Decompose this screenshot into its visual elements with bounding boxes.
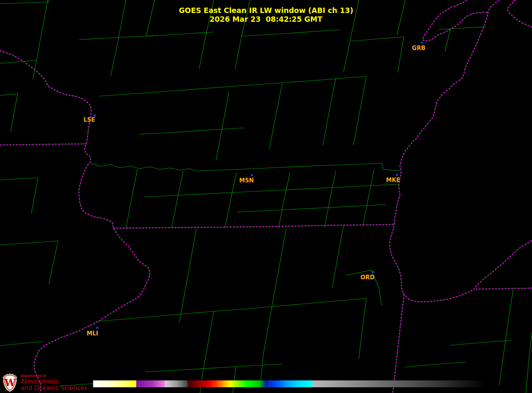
county-line [269,83,282,149]
station-label-mli: MLI [87,330,98,337]
station-marker-mli [97,327,98,329]
station-marker-grb [421,42,423,44]
county-line [353,76,366,145]
county-line [139,128,244,134]
county-line [0,94,18,132]
satellite-map-canvas: GRBLSEMSNMKEORDMLI [0,0,532,393]
county-line [450,340,511,345]
county-line [0,241,58,245]
image-title-block: GOES East Clean IR LW window (ABI ch 13)… [0,6,532,24]
station-marker-msn [251,174,253,176]
title-timestamp-line: 2026 Mar 23 08:42:25 GMT [0,15,532,24]
county-line [323,78,336,145]
station-label-grb: GRB [412,45,425,52]
county-line [445,29,450,52]
county-line [174,83,282,91]
county-line [99,91,174,96]
county-line [225,172,237,228]
aos-logo-text: Department of Atmospheric and Oceanic Sc… [21,374,87,391]
county-line [49,241,58,284]
station-marker-ord [372,271,374,273]
county-line [31,178,38,214]
county-line [91,163,197,171]
county-line [405,362,466,367]
aos-logo: W Department of Atmospheric and Oceanic … [2,373,87,392]
station-label-mke: MKE [386,177,400,184]
county-line [282,76,366,83]
county-line [172,171,183,227]
county-line [98,311,214,321]
county-line [214,298,366,311]
state-border-underlay [476,288,532,289]
county-line [0,0,49,4]
county-line [145,184,399,197]
county-line [363,169,374,227]
county-line [359,298,366,359]
state-border-line [0,51,150,393]
county-line [439,27,486,29]
title-product-line: GOES East Clean IR LW window (ABI ch 13) [0,6,532,15]
station-label-ord: ORD [361,274,375,281]
county-line [0,341,43,346]
county-line [179,228,197,322]
county-line [126,169,137,228]
county-line [350,37,404,41]
county-line [260,228,286,385]
county-line [398,37,404,72]
station-label-lse: LSE [84,116,95,123]
county-line [324,171,336,228]
county-line [526,332,532,393]
station-marker-mke [396,174,398,176]
county-line [197,163,400,171]
county-line [0,178,38,180]
satellite-image-viewer: GRBLSEMSNMKEORDMLI GOES East Clean IR LW… [0,0,532,393]
county-line [332,226,343,288]
county-line [237,205,385,212]
county-line [242,30,340,36]
county-line [279,172,290,228]
county-line [499,289,513,385]
logo-dept-line: Department of [21,374,87,378]
station-label-msn: MSN [239,177,254,184]
county-line [233,367,236,393]
logo-name-line2: and Oceanic Sciences [21,385,87,391]
state-border-underlay [0,51,150,393]
state-border-line [390,0,532,302]
uw-crest-icon: W [2,373,18,392]
county-line [146,32,214,36]
county-line [216,92,229,160]
logo-name-line1: Atmospheric [21,378,87,385]
county-line [0,60,37,63]
svg-text:W: W [4,377,16,388]
temperature-colorbar [93,380,485,387]
